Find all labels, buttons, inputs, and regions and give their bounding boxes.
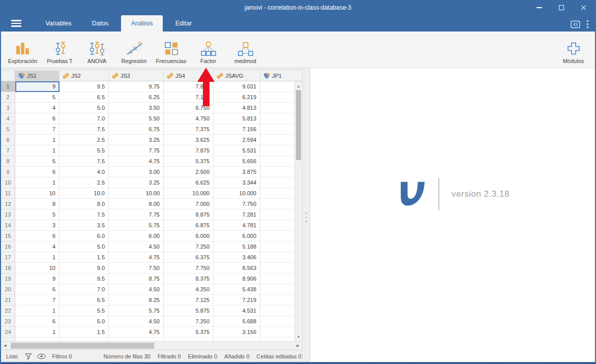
row-number[interactable]: 2 bbox=[1, 92, 15, 103]
horizontal-scrollbar-thumb[interactable] bbox=[11, 343, 154, 349]
row-number[interactable]: 12 bbox=[1, 199, 15, 209]
table-cell[interactable]: 7.5 bbox=[59, 124, 109, 135]
table-cell[interactable]: 5.531 bbox=[214, 145, 260, 156]
ribbon-button-exploracion[interactable]: Exploración bbox=[4, 32, 41, 68]
table-cell[interactable]: 5.75 bbox=[109, 220, 164, 231]
table-cell[interactable]: 5.688 bbox=[214, 316, 260, 327]
table-cell[interactable]: 2.5 bbox=[59, 135, 109, 145]
table-cell[interactable]: 4.75 bbox=[109, 327, 164, 338]
vertical-scrollbar-thumb[interactable] bbox=[296, 90, 301, 160]
table-cell[interactable]: 3.00 bbox=[109, 167, 164, 177]
table-cell[interactable]: 1 bbox=[15, 135, 59, 145]
table-cell[interactable] bbox=[260, 113, 294, 124]
scroll-right-icon[interactable]: ▶ bbox=[294, 342, 302, 350]
table-cell[interactable]: 10 bbox=[15, 188, 59, 199]
table-cell[interactable]: 7.156 bbox=[214, 124, 260, 135]
tab-analisis[interactable]: Análisis bbox=[121, 15, 163, 32]
table-cell[interactable]: 5.188 bbox=[214, 241, 260, 252]
table-cell[interactable]: 9 bbox=[15, 81, 59, 92]
row-number[interactable]: 10 bbox=[1, 177, 15, 188]
table-cell[interactable]: 7 bbox=[15, 124, 59, 135]
row-number[interactable]: 24 bbox=[1, 327, 15, 338]
table-cell[interactable]: 5.75 bbox=[109, 306, 164, 316]
table-cell[interactable]: 6.750 bbox=[164, 103, 214, 113]
pane-splitter[interactable] bbox=[302, 68, 310, 362]
column-header-js4[interactable]: JS4 bbox=[164, 71, 214, 81]
table-cell[interactable] bbox=[260, 81, 294, 92]
table-cell[interactable]: 8 bbox=[15, 199, 59, 209]
column-header-jp1[interactable]: JP1 bbox=[260, 71, 294, 81]
table-cell[interactable]: 7.75 bbox=[109, 145, 164, 156]
table-cell[interactable]: 7.125 bbox=[164, 92, 214, 103]
table-cell[interactable]: 4 bbox=[15, 241, 59, 252]
table-cell[interactable]: 5.5 bbox=[59, 145, 109, 156]
table-cell[interactable]: 6.875 bbox=[164, 220, 214, 231]
row-number[interactable]: 20 bbox=[1, 284, 15, 295]
table-cell[interactable]: 3.344 bbox=[214, 177, 260, 188]
table-cell[interactable]: 7.250 bbox=[164, 241, 214, 252]
table-corner-cell[interactable] bbox=[1, 71, 15, 81]
table-cell[interactable]: 4.531 bbox=[214, 306, 260, 316]
row-number[interactable]: 11 bbox=[1, 188, 15, 199]
modules-button[interactable]: Módulos bbox=[555, 32, 592, 68]
table-cell[interactable]: 7 bbox=[15, 295, 59, 306]
table-cell[interactable]: 4.75 bbox=[109, 156, 164, 167]
table-cell[interactable]: 6.25 bbox=[109, 92, 164, 103]
row-number[interactable]: 22 bbox=[1, 306, 15, 316]
table-cell[interactable]: 10.00 bbox=[109, 188, 164, 199]
table-cell[interactable]: 3.406 bbox=[214, 252, 260, 263]
table-cell[interactable] bbox=[260, 241, 294, 252]
table-cell[interactable]: 7.219 bbox=[214, 295, 260, 306]
table-cell[interactable]: 5.875 bbox=[164, 306, 214, 316]
table-cell[interactable] bbox=[260, 124, 294, 135]
kebab-menu-icon[interactable] bbox=[586, 20, 589, 28]
table-cell[interactable]: 5.438 bbox=[214, 284, 260, 295]
table-cell[interactable]: 8.906 bbox=[214, 274, 260, 284]
table-cell[interactable]: 6.219 bbox=[214, 92, 260, 103]
table-cell[interactable]: 4.50 bbox=[109, 316, 164, 327]
table-cell[interactable]: 5 bbox=[15, 92, 59, 103]
table-cell[interactable]: 8.00 bbox=[109, 199, 164, 209]
table-cell[interactable] bbox=[260, 327, 294, 338]
table-cell[interactable]: 9.5 bbox=[59, 81, 109, 92]
vertical-scrollbar[interactable]: ▲ ▼ bbox=[294, 81, 302, 341]
table-cell[interactable]: 10.000 bbox=[214, 188, 260, 199]
table-cell[interactable]: 5.0 bbox=[59, 241, 109, 252]
table-cell[interactable]: 10.000 bbox=[164, 188, 214, 199]
row-number[interactable]: 13 bbox=[1, 209, 15, 220]
ribbon-button-medmod[interactable]: medmod bbox=[227, 32, 264, 68]
table-cell[interactable]: 6.5 bbox=[59, 295, 109, 306]
filter-funnel-icon[interactable] bbox=[25, 353, 32, 360]
row-number[interactable]: 4 bbox=[1, 113, 15, 124]
table-cell[interactable]: 2.5 bbox=[59, 177, 109, 188]
row-number[interactable]: 19 bbox=[1, 274, 15, 284]
table-cell[interactable]: 9 bbox=[15, 274, 59, 284]
table-cell[interactable]: 5.0 bbox=[59, 103, 109, 113]
column-header-js3[interactable]: JS3 bbox=[109, 71, 164, 81]
tab-variables[interactable]: Variables bbox=[38, 15, 79, 32]
minimize-button[interactable] bbox=[528, 0, 550, 15]
table-cell[interactable] bbox=[260, 209, 294, 220]
table-cell[interactable]: 5.656 bbox=[214, 156, 260, 167]
table-cell[interactable]: 5.50 bbox=[109, 113, 164, 124]
table-cell[interactable]: 7.375 bbox=[164, 124, 214, 135]
table-cell[interactable]: 6 bbox=[15, 316, 59, 327]
collapse-results-icon[interactable] bbox=[571, 20, 580, 28]
table-cell[interactable]: 1 bbox=[15, 252, 59, 263]
hamburger-menu-icon[interactable] bbox=[11, 20, 21, 27]
table-cell[interactable]: 5.375 bbox=[164, 327, 214, 338]
table-cell[interactable]: 3.625 bbox=[164, 135, 214, 145]
table-cell[interactable]: 3.875 bbox=[214, 167, 260, 177]
table-cell[interactable]: 8.375 bbox=[164, 274, 214, 284]
table-cell[interactable]: 4.781 bbox=[214, 220, 260, 231]
table-cell[interactable] bbox=[260, 295, 294, 306]
table-cell[interactable]: 6.5 bbox=[59, 92, 109, 103]
table-cell[interactable]: 8.563 bbox=[214, 263, 260, 274]
table-cell[interactable]: 4.50 bbox=[109, 284, 164, 295]
table-cell[interactable]: 7.000 bbox=[164, 199, 214, 209]
table-cell[interactable]: 7.5 bbox=[59, 209, 109, 220]
table-cell[interactable] bbox=[260, 220, 294, 231]
row-number[interactable]: 23 bbox=[1, 316, 15, 327]
eye-icon[interactable] bbox=[37, 353, 46, 359]
tab-datos[interactable]: Datos bbox=[79, 15, 121, 32]
